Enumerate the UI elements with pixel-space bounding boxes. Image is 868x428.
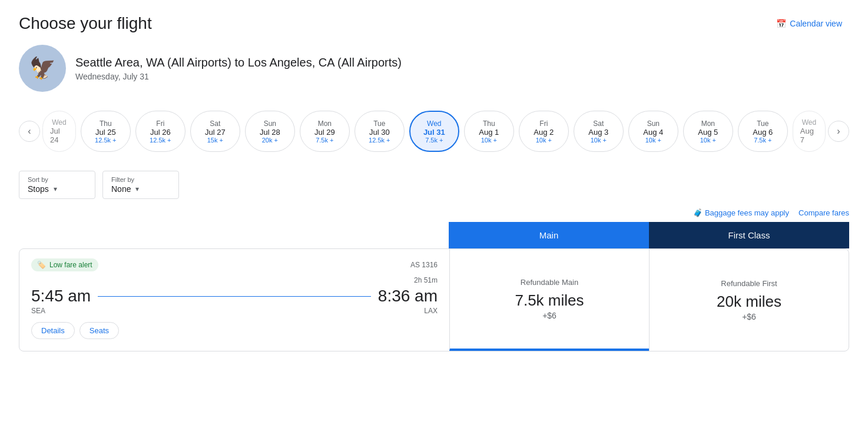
filter-arrow-icon: ▾ (135, 185, 139, 193)
low-fare-label: Low fare alert (49, 261, 92, 269)
flight-times: 5:45 am 8:36 am (31, 287, 438, 306)
date-pill-10[interactable]: SatAug 310k + (574, 111, 624, 152)
date-pill-3[interactable]: SatJul 2715k + (190, 111, 240, 152)
fare-main-label: Refundable Main (521, 278, 578, 287)
date-pill-4[interactable]: SunJul 2820k + (245, 111, 295, 152)
date-carousel: ‹ WedJul 24ThuJul 2512.5k +FriJul 2612.5… (19, 106, 849, 157)
fare-first-miles: 20k miles (717, 293, 781, 311)
route-date: Wednesday, July 31 (75, 72, 402, 81)
flight-card: 🏷️ Low fare alert AS 1316 2h 51m 5:45 am… (19, 248, 849, 351)
sort-label: Sort by (28, 176, 48, 183)
baggage-label: Baggage fees may apply (705, 208, 789, 217)
depart-time: 5:45 am (31, 287, 91, 306)
seats-button[interactable]: Seats (79, 322, 119, 339)
carousel-next-button[interactable]: › (828, 121, 849, 142)
page-title: Choose your flight (19, 14, 152, 33)
route-section: 🦅 Seattle Area, WA (All Airports) to Los… (19, 45, 849, 92)
date-pill-12[interactable]: MonAug 510k + (683, 111, 733, 152)
baggage-icon: 🧳 (693, 208, 703, 217)
flight-duration: 2h 51m (31, 276, 438, 284)
low-fare-badge: 🏷️ Low fare alert (31, 258, 98, 271)
date-pill-1[interactable]: ThuJul 2512.5k + (81, 111, 131, 152)
fare-main[interactable]: Refundable Main 7.5k miles +$6 (449, 249, 649, 351)
fare-first-label: Refundable First (721, 279, 777, 288)
details-button[interactable]: Details (31, 322, 75, 339)
fare-first-cash: +$6 (742, 312, 756, 321)
date-pill-7[interactable]: WedJul 317.5k + (409, 111, 459, 152)
date-pill-6[interactable]: TueJul 3012.5k + (355, 111, 405, 152)
date-pill-11[interactable]: SunAug 410k + (628, 111, 678, 152)
sort-arrow-icon: ▾ (54, 185, 57, 193)
tab-first-class[interactable]: First Class (649, 222, 849, 248)
fare-first[interactable]: Refundable First 20k miles +$6 (649, 249, 849, 351)
flight-info: 🏷️ Low fare alert AS 1316 2h 51m 5:45 am… (19, 249, 449, 351)
date-pill-2[interactable]: FriJul 2612.5k + (135, 111, 185, 152)
date-pill-0[interactable]: WedJul 24 (42, 111, 76, 152)
date-pill-13[interactable]: TueAug 67.5k + (738, 111, 788, 152)
cabin-tabs: Main First Class (449, 222, 849, 248)
arrive-time: 8:36 am (378, 287, 438, 306)
route-avatar-image: 🦅 (29, 56, 56, 81)
filter-dropdown[interactable]: Filter by None ▾ (102, 171, 179, 199)
date-pill-9[interactable]: FriAug 210k + (519, 111, 569, 152)
date-pill-14[interactable]: WedAug 7 (793, 111, 826, 152)
date-pill-5[interactable]: MonJul 297.5k + (300, 111, 350, 152)
filter-label: Filter by (111, 176, 134, 183)
route-description: Seattle Area, WA (All Airports) to Los A… (75, 56, 402, 69)
compare-fares-button[interactable]: Compare fares (799, 208, 849, 217)
filter-value: None ▾ (111, 184, 139, 194)
fare-main-miles: 7.5k miles (515, 291, 584, 310)
action-row: 🧳 Baggage fees may apply Compare fares (19, 208, 849, 217)
calendar-view-label: Calendar view (790, 19, 842, 28)
baggage-fees-link[interactable]: 🧳 Baggage fees may apply (693, 208, 789, 217)
sort-value: Stops ▾ (28, 184, 57, 194)
sort-dropdown[interactable]: Sort by Stops ▾ (19, 171, 95, 199)
filter-bar: Sort by Stops ▾ Filter by None ▾ (19, 171, 849, 199)
fare-main-cash: +$6 (542, 311, 556, 320)
flight-number: AS 1316 (410, 258, 438, 269)
carousel-prev-button[interactable]: ‹ (19, 121, 40, 142)
calendar-view-button[interactable]: 📅 Calendar view (769, 14, 849, 33)
fare-columns: Refundable Main 7.5k miles +$6 Refundabl… (449, 249, 849, 351)
date-pill-8[interactable]: ThuAug 110k + (464, 111, 514, 152)
tab-main[interactable]: Main (449, 222, 649, 248)
flight-actions: Details Seats (31, 322, 438, 339)
flight-airports: SEA LAX (31, 307, 438, 315)
route-avatar: 🦅 (19, 45, 66, 92)
arrive-airport: LAX (424, 307, 438, 315)
tag-icon: 🏷️ (37, 261, 46, 269)
depart-airport: SEA (31, 307, 45, 315)
calendar-icon: 📅 (776, 19, 786, 28)
flight-line (91, 296, 378, 297)
